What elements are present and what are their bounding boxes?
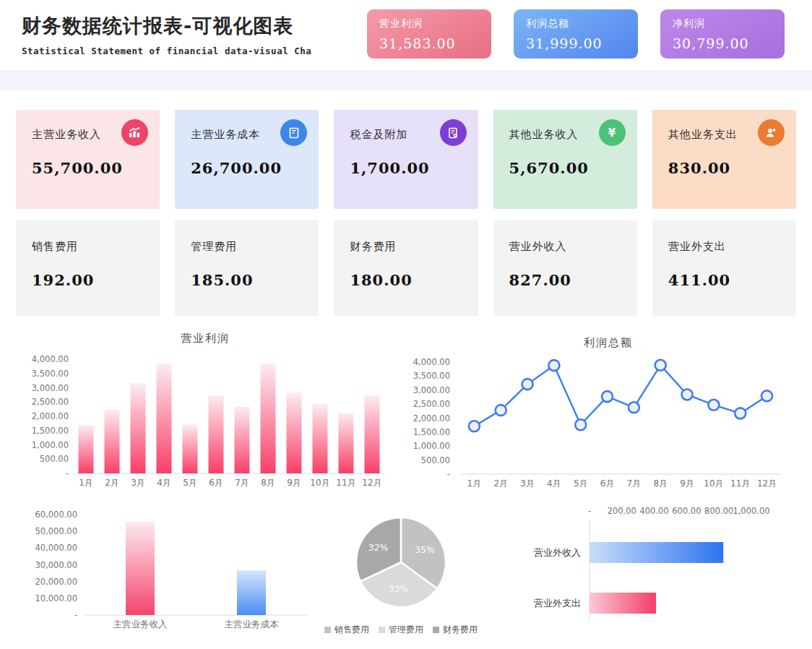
svg-text:1月: 1月 — [79, 478, 93, 488]
stat-value: 185.00 — [191, 271, 253, 289]
svg-text:¥: ¥ — [608, 126, 616, 139]
legend-label: 管理费用 — [389, 624, 423, 636]
non-operating-hbar-chart: -200.00400.00600.00800.001,000.00营业外收入营业… — [508, 502, 812, 640]
chart-title: 利润总额 — [407, 327, 810, 350]
stat-value: 55,700.00 — [32, 159, 123, 177]
chart-canvas: 35%33%32% — [320, 508, 482, 621]
pie-legend-item: 销售费用 — [324, 624, 369, 636]
kpi-value: 31,583.00 — [379, 35, 479, 51]
expense-pie-chart: 35%33%32% 销售费用管理费用财务费用 — [320, 508, 482, 645]
svg-text:2,000.00: 2,000.00 — [32, 411, 69, 421]
svg-text:1,000.00: 1,000.00 — [413, 441, 450, 451]
stat-card-other-revenue: 其他业务收入 ¥ 5,670.00 — [493, 110, 637, 209]
svg-text:1,500.00: 1,500.00 — [32, 426, 69, 436]
stat-card-nonop-income: 营业外收入 827.00 — [493, 220, 637, 316]
stat-label: 其他业务支出 — [668, 128, 738, 142]
page-title: 财务数据统计报表-可视化图表 — [22, 13, 311, 39]
stat-label: 管理费用 — [191, 240, 237, 254]
stat-card-main-revenue: 主营业务收入 55,700.00 — [16, 110, 160, 209]
kpi-card-total-profit: 利润总额 31,999.00 — [514, 9, 638, 59]
stat-cards-row-1: 主营业务收入 55,700.00 主营业务成本 26,700.00 税金及附加 … — [16, 110, 796, 209]
svg-text:3月: 3月 — [520, 478, 535, 489]
svg-text:-: - — [588, 506, 591, 516]
pie-legend-item: 财务费用 — [433, 624, 478, 636]
kpi-label: 利润总额 — [526, 17, 626, 30]
total-profit-line-chart: 利润总额 4,000.003,500.003,000.002,500.002,0… — [407, 327, 810, 499]
svg-text:11月: 11月 — [730, 478, 750, 489]
legend-swatch — [379, 627, 385, 633]
kpi-label: 营业利润 — [379, 17, 479, 30]
kpi-card-operating-profit: 营业利润 31,583.00 — [367, 9, 491, 59]
svg-text:3,000.00: 3,000.00 — [32, 383, 69, 393]
svg-text:-: - — [66, 468, 69, 478]
svg-text:60,000.00: 60,000.00 — [35, 510, 77, 520]
svg-text:主营业务成本: 主营业务成本 — [225, 619, 280, 629]
svg-text:4月: 4月 — [547, 478, 561, 489]
svg-text:9月: 9月 — [287, 478, 301, 488]
svg-text:7月: 7月 — [627, 478, 642, 489]
svg-text:2,500.00: 2,500.00 — [413, 399, 450, 409]
legend-swatch — [324, 627, 331, 633]
svg-text:12月: 12月 — [362, 478, 381, 488]
kpi-value: 30,799.00 — [673, 35, 772, 51]
svg-text:6月: 6月 — [209, 478, 223, 488]
stat-label: 销售费用 — [32, 240, 78, 254]
svg-text:-: - — [74, 610, 77, 620]
stat-value: 830.00 — [668, 159, 730, 177]
svg-text:4,000.00: 4,000.00 — [32, 354, 69, 364]
legend-label: 财务费用 — [443, 624, 478, 636]
stat-label: 主营业务收入 — [32, 128, 101, 142]
header: 财务数据统计报表-可视化图表 Statistical Statement of … — [0, 0, 812, 70]
svg-text:800.00: 800.00 — [704, 506, 733, 516]
svg-text:3,500.00: 3,500.00 — [32, 369, 69, 379]
stat-value: 26,700.00 — [191, 159, 282, 177]
svg-text:2,500.00: 2,500.00 — [32, 397, 69, 407]
kpi-label: 净利润 — [673, 17, 772, 30]
stat-label: 财务费用 — [350, 240, 396, 254]
svg-text:2月: 2月 — [493, 478, 508, 489]
stat-card-finance-expense: 财务费用 180.00 — [334, 220, 478, 316]
stat-value: 827.00 — [509, 271, 571, 289]
bar-chart-trend-icon — [121, 119, 148, 146]
svg-text:3月: 3月 — [131, 478, 145, 488]
stat-card-taxes: 税金及附加 1,700.00 — [334, 110, 478, 209]
svg-text:500.00: 500.00 — [421, 455, 450, 465]
chart-canvas: -200.00400.00600.00800.001,000.00营业外收入营业… — [508, 502, 812, 639]
svg-text:40,000.00: 40,000.00 — [35, 543, 77, 553]
stat-label: 其他业务收入 — [509, 128, 579, 142]
stat-value: 192.00 — [32, 271, 94, 289]
chart-canvas: 4,000.003,500.003,000.002,500.002,000.00… — [14, 345, 396, 502]
svg-text:12月: 12月 — [757, 478, 777, 489]
stat-cards-row-2: 销售费用 192.00 管理费用 185.00 财务费用 180.00 营业外收… — [16, 220, 796, 316]
svg-text:5月: 5月 — [574, 478, 588, 489]
svg-text:32%: 32% — [368, 542, 389, 553]
pie-legend-item: 管理费用 — [379, 624, 423, 636]
stat-label: 营业外支出 — [668, 240, 726, 254]
svg-text:8月: 8月 — [261, 478, 275, 488]
svg-text:20,000.00: 20,000.00 — [35, 577, 77, 587]
svg-text:5月: 5月 — [183, 478, 197, 488]
stat-value: 5,670.00 — [509, 159, 589, 177]
main-business-column-chart: 60,000.0050,000.0040,000.0030,000.0020,0… — [18, 506, 320, 645]
stat-value: 1,700.00 — [350, 159, 429, 177]
tax-receipt-icon — [440, 119, 467, 146]
stat-card-admin-expense: 管理费用 185.00 — [175, 220, 319, 316]
svg-text:10月: 10月 — [310, 478, 329, 488]
page-subtitle: Statistical Statement of financial data-… — [22, 46, 311, 56]
svg-text:33%: 33% — [389, 583, 409, 594]
svg-text:8月: 8月 — [653, 478, 668, 489]
svg-text:3,500.00: 3,500.00 — [413, 371, 450, 381]
chart-title: 营业利润 — [14, 327, 396, 345]
svg-text:4,000.00: 4,000.00 — [413, 357, 450, 367]
svg-text:200.00: 200.00 — [608, 506, 636, 516]
stat-card-main-cost: 主营业务成本 26,700.00 — [175, 110, 319, 209]
svg-text:50,000.00: 50,000.00 — [35, 526, 77, 536]
stat-value: 411.00 — [668, 271, 730, 289]
svg-text:500.00: 500.00 — [40, 454, 69, 464]
svg-text:1月: 1月 — [467, 478, 482, 489]
svg-text:11月: 11月 — [336, 478, 355, 488]
legend-swatch — [433, 627, 439, 633]
kpi-row: 营业利润 31,583.00 利润总额 31,999.00 净利润 30,799… — [367, 9, 785, 59]
svg-text:6月: 6月 — [600, 478, 615, 489]
yuan-icon: ¥ — [599, 119, 626, 146]
